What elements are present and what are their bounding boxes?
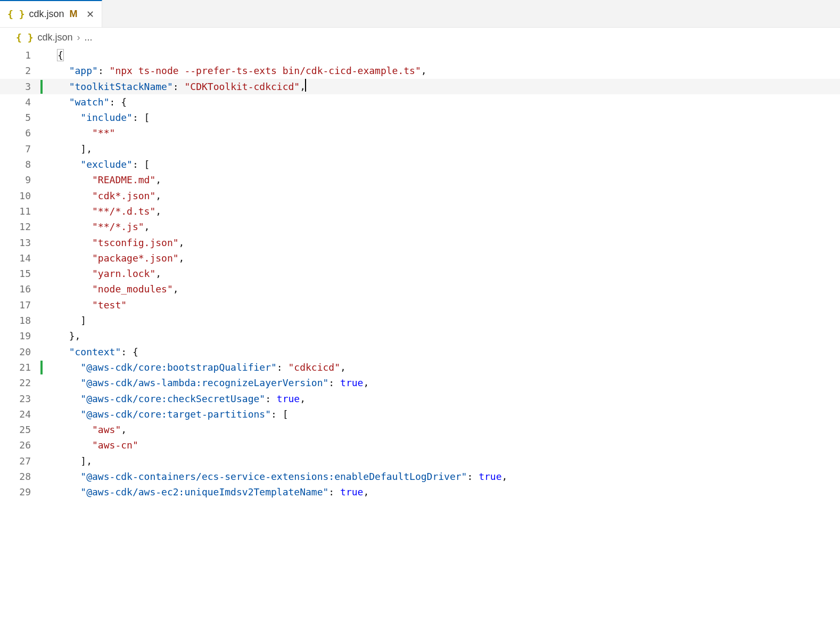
editor-tab[interactable]: { } cdk.json M ✕ (0, 0, 102, 27)
code-line[interactable]: }, (57, 328, 840, 344)
chevron-right-icon: › (77, 32, 80, 43)
code-token: , (121, 424, 127, 435)
line-number: 28 (0, 469, 31, 484)
code-token: "aws-cn" (92, 439, 138, 451)
code-token (57, 190, 92, 201)
breadcrumb-filename[interactable]: cdk.json (38, 32, 73, 43)
code-token: true (340, 486, 363, 497)
line-number: 9 (0, 172, 31, 187)
modified-badge: M (70, 9, 78, 20)
code-token: "CDKToolkit-cdkcicd" (184, 81, 300, 92)
line-number: 17 (0, 297, 31, 313)
code-token: "test" (92, 299, 127, 311)
code-line[interactable]: "README.md", (57, 172, 840, 187)
code-line[interactable]: "node_modules", (57, 281, 840, 297)
code-token: }, (57, 330, 80, 341)
code-line[interactable]: "include": [ (57, 110, 840, 125)
code-token: ] (57, 315, 86, 326)
code-line[interactable]: "@aws-cdk/core:target-partitions": [ (57, 406, 840, 422)
line-number: 4 (0, 94, 31, 110)
code-token: : (328, 486, 340, 497)
code-token (57, 362, 80, 373)
code-token (57, 81, 69, 92)
code-line[interactable]: "watch": { (57, 94, 840, 110)
code-token: , (179, 252, 185, 264)
code-token: "cdkcicd" (289, 362, 341, 373)
line-number: 22 (0, 375, 31, 390)
code-content[interactable]: { "app": "npx ts-node --prefer-ts-exts b… (44, 47, 840, 500)
code-token: "toolkitStackName" (69, 81, 173, 92)
code-line[interactable]: "app": "npx ts-node --prefer-ts-exts bin… (57, 63, 840, 78)
code-token: "@aws-cdk/aws-lambda:recognizeLayerVersi… (80, 377, 328, 388)
line-number: 10 (0, 188, 31, 203)
code-token: "package*.json" (92, 252, 179, 264)
code-token: "context" (69, 346, 121, 357)
code-line[interactable]: "**/*.d.ts", (57, 203, 840, 219)
breadcrumb[interactable]: { } cdk.json › ... (0, 28, 840, 47)
line-number: 19 (0, 328, 31, 344)
code-line[interactable]: { (57, 47, 840, 63)
code-token (57, 393, 80, 404)
json-file-icon: { } (7, 9, 25, 20)
line-number: 16 (0, 281, 31, 297)
code-token: , (155, 190, 161, 201)
code-line[interactable]: "@aws-cdk/aws-ec2:uniqueImdsv2TemplateNa… (57, 484, 840, 500)
code-line[interactable]: "**" (57, 125, 840, 141)
code-line[interactable]: "aws-cn" (57, 437, 840, 453)
modified-line-marker (40, 361, 43, 374)
line-number: 13 (0, 235, 31, 250)
code-line[interactable]: "@aws-cdk/core:checkSecretUsage": true, (57, 391, 840, 406)
code-token: "yarn.lock" (92, 268, 155, 279)
code-line[interactable]: "context": { (57, 344, 840, 360)
code-token: , (155, 206, 161, 217)
code-token: , (340, 362, 346, 373)
modified-line-marker (40, 80, 43, 94)
line-number: 12 (0, 219, 31, 234)
code-line[interactable]: "@aws-cdk/aws-lambda:recognizeLayerVersi… (57, 375, 840, 390)
code-token: "@aws-cdk/core:bootstrapQualifier" (80, 362, 276, 373)
code-token: "npx ts-node --prefer-ts-exts bin/cdk-ci… (110, 65, 421, 76)
code-token (57, 221, 92, 232)
code-token: ], (57, 143, 92, 154)
code-token: "tsconfig.json" (92, 237, 179, 248)
code-line[interactable]: "@aws-cdk-containers/ecs-service-extensi… (57, 469, 840, 484)
line-number: 6 (0, 125, 31, 141)
breadcrumb-rest[interactable]: ... (85, 32, 93, 43)
code-token: , (155, 174, 161, 185)
code-token (57, 127, 92, 138)
code-token: true (277, 393, 300, 404)
code-token (57, 424, 92, 435)
code-token: : (328, 377, 340, 388)
code-token (57, 237, 92, 248)
code-token: "**" (92, 127, 115, 138)
line-number: 7 (0, 141, 31, 157)
code-token: "cdk*.json" (92, 190, 155, 201)
text-cursor (305, 79, 306, 92)
close-icon[interactable]: ✕ (86, 10, 94, 19)
code-line[interactable]: "yarn.lock", (57, 266, 840, 281)
code-token: "**/*.js" (92, 221, 144, 232)
code-token: "@aws-cdk/core:target-partitions" (80, 409, 271, 420)
code-line[interactable]: "cdk*.json", (57, 188, 840, 203)
line-number: 25 (0, 422, 31, 437)
code-line[interactable]: ], (57, 141, 840, 157)
code-line[interactable]: ], (57, 453, 840, 469)
code-line[interactable]: "exclude": [ (57, 157, 840, 172)
code-line[interactable]: ] (57, 313, 840, 328)
line-number: 3 (0, 79, 31, 94)
code-line[interactable]: "package*.json", (57, 250, 840, 266)
code-token (57, 486, 80, 497)
code-line[interactable]: "tsconfig.json", (57, 235, 840, 250)
code-token (57, 299, 92, 311)
json-file-icon: { } (16, 32, 34, 43)
code-line[interactable]: "aws", (57, 422, 840, 437)
code-line[interactable]: "test" (57, 297, 840, 313)
code-line[interactable]: "toolkitStackName": "CDKToolkit-cdkcicd"… (57, 79, 840, 94)
code-line[interactable]: "**/*.js", (57, 219, 840, 234)
code-token (57, 409, 80, 420)
code-editor[interactable]: 1234567891011121314151617181920212223242… (0, 47, 840, 500)
code-token: "include" (80, 112, 133, 123)
code-token (57, 252, 92, 264)
code-line[interactable]: "@aws-cdk/core:bootstrapQualifier": "cdk… (57, 360, 840, 375)
code-token: , (144, 221, 150, 232)
